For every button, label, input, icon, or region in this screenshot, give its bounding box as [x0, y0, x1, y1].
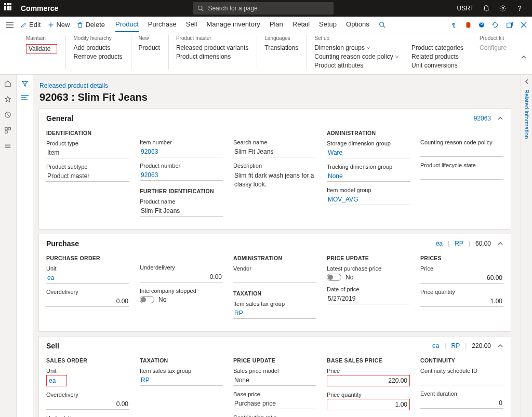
tab-purchase[interactable]: Purchase: [148, 17, 177, 32]
add-products-link[interactable]: Add products: [73, 44, 122, 51]
refresh-icon[interactable]: [491, 21, 499, 29]
svg-rect-21: [8, 128, 10, 130]
home-icon[interactable]: [4, 80, 12, 88]
tab-setup[interactable]: Setup: [319, 17, 337, 32]
description-field[interactable]: Slim fit dark wash jeans for a classy lo…: [233, 170, 316, 191]
translations-link[interactable]: Translations: [264, 44, 298, 51]
tab-retail[interactable]: Retail: [292, 17, 310, 32]
intercompany-toggle[interactable]: No: [140, 295, 223, 303]
svg-point-0: [198, 6, 203, 10]
tab-manage-inventory[interactable]: Manage inventory: [206, 17, 260, 32]
filter-icon[interactable]: [21, 80, 29, 87]
card-purchase-header[interactable]: Purchase ea| RP| 60.00: [39, 234, 511, 253]
global-header: Commerce Search for a page USRT ?: [0, 0, 532, 17]
workspaces-icon[interactable]: [4, 127, 12, 135]
related-information-tab[interactable]: Related information: [524, 89, 530, 139]
product-subtype-field[interactable]: Product master: [46, 171, 129, 182]
storage-dim-group-field[interactable]: Ware: [327, 147, 410, 158]
favorite-icon[interactable]: [4, 96, 12, 104]
app-launcher-icon[interactable]: [4, 3, 15, 14]
svg-line-13: [383, 26, 385, 28]
edit-action[interactable]: Edit: [21, 21, 41, 29]
sales-price-model-field[interactable]: None: [233, 375, 316, 386]
search-tab-icon[interactable]: [379, 21, 385, 28]
list-lines-icon[interactable]: [21, 95, 29, 101]
continuity-schedule-field[interactable]: [420, 375, 503, 385]
card-general-header[interactable]: General 92063: [39, 109, 511, 128]
close-icon[interactable]: [521, 22, 527, 28]
related-products-link[interactable]: Related products: [411, 53, 463, 60]
vendor-field[interactable]: [233, 273, 316, 283]
validate-button[interactable]: Validate: [26, 44, 57, 53]
rightrail-expand-icon[interactable]: [524, 79, 529, 84]
unit-conversions-link[interactable]: Unit conversions: [411, 62, 463, 69]
lifecycle-state-field[interactable]: [420, 169, 503, 180]
svg-line-1: [202, 9, 204, 11]
ribbon-collapse-icon[interactable]: [521, 54, 527, 60]
search-name-field[interactable]: Slim Fit Jeans: [233, 146, 316, 157]
purchase-underdelivery-field[interactable]: 0.00: [140, 272, 223, 283]
global-search[interactable]: Search for a page: [193, 2, 334, 15]
purchase-price-qty-field[interactable]: 1.00: [420, 296, 503, 307]
purchase-istg-field[interactable]: RP: [233, 308, 316, 319]
search-placeholder: Search for a page: [208, 5, 257, 12]
product-name-field[interactable]: Slim Fit Jeans: [140, 206, 223, 217]
counting-reason-policy-link[interactable]: Counting reason code policy: [314, 53, 399, 60]
tab-product[interactable]: Product: [115, 17, 139, 32]
office-icon[interactable]: [464, 21, 472, 29]
released-variants-link[interactable]: Released product variants: [176, 44, 248, 51]
dimension-groups-link[interactable]: Dimension groups: [314, 44, 399, 51]
badge-icon[interactable]: 0: [479, 22, 484, 28]
tracking-dim-group-field[interactable]: None: [327, 171, 410, 182]
latest-purchase-price-toggle[interactable]: No: [327, 273, 410, 281]
card-sell-header[interactable]: Sell ea| RP| 220.00: [39, 337, 511, 355]
sell-istg-field[interactable]: RP: [140, 375, 223, 386]
sell-price-field[interactable]: 220.00: [327, 375, 410, 386]
purchase-dop-field[interactable]: 5/27/2019: [327, 293, 410, 304]
remove-products-link[interactable]: Remove products: [73, 53, 122, 60]
purchase-price-field[interactable]: 60.00: [420, 273, 503, 284]
new-action[interactable]: New: [48, 21, 70, 29]
attach-icon[interactable]: [450, 21, 457, 29]
gear-icon[interactable]: [499, 4, 507, 12]
general-summary-link[interactable]: 92063: [474, 115, 491, 122]
app-brand: Commerce: [21, 4, 58, 12]
breadcrumb[interactable]: Released product details: [39, 82, 511, 89]
tab-options[interactable]: Options: [346, 17, 369, 32]
tab-plan[interactable]: Plan: [270, 17, 283, 32]
sell-price-qty-field[interactable]: 1.00: [327, 399, 410, 410]
tab-sell[interactable]: Sell: [186, 17, 197, 32]
product-attributes-link[interactable]: Product attributes: [314, 62, 399, 69]
recent-icon[interactable]: [4, 111, 12, 119]
event-duration-field[interactable]: 0: [420, 398, 503, 409]
popout-icon[interactable]: [506, 21, 513, 29]
svg-point-3: [502, 7, 504, 9]
product-number-field[interactable]: 92063: [140, 170, 223, 181]
svg-rect-20: [5, 128, 7, 130]
counting-reason-policy-field[interactable]: [420, 146, 503, 157]
svg-rect-15: [507, 23, 512, 28]
item-model-group-field[interactable]: MOV_AVG: [327, 194, 410, 205]
bell-icon[interactable]: [482, 4, 490, 12]
purchase-unit-field[interactable]: ea: [46, 273, 129, 284]
item-number-field[interactable]: 92063: [140, 146, 223, 157]
chevron-up-icon[interactable]: [497, 343, 503, 349]
chevron-up-icon[interactable]: [497, 115, 503, 122]
delete-action[interactable]: Delete: [77, 21, 105, 29]
new-product-link[interactable]: Product: [139, 44, 160, 51]
base-price-field[interactable]: Purchase price: [233, 398, 316, 409]
help-icon[interactable]: ?: [515, 4, 524, 12]
sell-overdelivery-field[interactable]: 0.00: [46, 399, 129, 410]
svg-rect-9: [78, 23, 82, 27]
nav-collapse-icon[interactable]: [6, 22, 14, 28]
product-dimensions-link[interactable]: Product dimensions: [176, 53, 248, 60]
purchase-overdelivery-field[interactable]: 0.00: [46, 296, 129, 307]
modules-icon[interactable]: [4, 142, 12, 151]
svg-marker-26: [22, 82, 28, 87]
sell-unit-field[interactable]: ea: [46, 375, 67, 386]
product-categories-link[interactable]: Product categories: [411, 44, 463, 51]
chevron-up-icon[interactable]: [497, 240, 503, 247]
right-rail: Related information: [521, 75, 532, 417]
product-type-field[interactable]: Item: [46, 147, 129, 158]
user-label[interactable]: USRT: [457, 5, 474, 12]
